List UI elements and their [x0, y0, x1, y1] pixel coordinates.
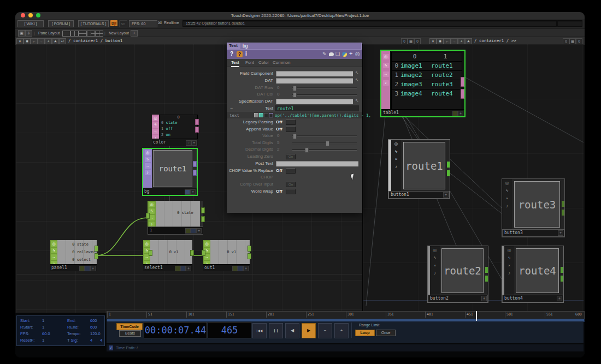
add-param-icon[interactable]: + [558, 230, 563, 236]
export-flag-icon[interactable]: → [383, 71, 389, 77]
step-forward-button[interactable]: + [334, 323, 349, 338]
node-name[interactable]: button3 + [502, 229, 564, 237]
export-flag-icon[interactable]: → [51, 254, 57, 260]
node-button2[interactable]: ◎ ϟ × ♪ route2 button2 + [427, 246, 488, 303]
realtime-checkbox-icon[interactable]: ☒ [158, 20, 162, 25]
lock-flag-icon[interactable]: ♪ [506, 204, 508, 208]
mode-constant-icon[interactable] [254, 113, 258, 117]
add-layout-button[interactable]: + [131, 30, 138, 37]
comment-box-icon[interactable] [180, 266, 186, 271]
toggle-button[interactable] [286, 189, 296, 194]
viewer-toggle-icon[interactable] [79, 266, 85, 271]
info-icon[interactable]: i [245, 51, 247, 57]
slider-handle[interactable] [293, 86, 297, 91]
op-name-field[interactable]: bg [240, 43, 361, 49]
comp-out-connector[interactable] [485, 267, 488, 273]
viewer-toggle-icon[interactable] [185, 228, 191, 234]
node-out1[interactable]: ◎ ϟ → ♪ 0 v1 out1 + [203, 240, 250, 271]
forum-button[interactable]: [ FORUM ] [48, 20, 74, 27]
slider-handle[interactable] [305, 147, 309, 153]
loop-button[interactable]: Loop [355, 330, 375, 336]
connect-arrow-icon[interactable]: ↖ [355, 77, 359, 82]
mode-expression-icon[interactable] [259, 113, 263, 117]
timecode-mode-button[interactable]: TimeCode [116, 323, 143, 330]
timeline-ruler[interactable]: 1 51 101 151 201 251 301 351 401 451 501… [107, 311, 585, 319]
comment-box-icon[interactable] [185, 189, 190, 195]
viewer-flag-icon[interactable]: ◎ [394, 142, 398, 146]
play-reverse-button[interactable]: ◀ [285, 323, 299, 338]
slider-handle[interactable] [293, 92, 297, 98]
add-param-icon[interactable]: + [458, 111, 463, 116]
comp-out-connector[interactable] [447, 162, 450, 168]
node-i[interactable]: ◎ ϟ → ♪ 0 state i + [148, 201, 203, 235]
chop-in-connector[interactable] [149, 250, 152, 256]
window-placement-icon[interactable]: ▣ [18, 30, 25, 37]
layout-vsplit-button[interactable] [70, 31, 79, 37]
python-logo-icon[interactable] [342, 52, 347, 57]
frame-display[interactable]: 465 [208, 322, 251, 338]
close-flag-icon[interactable]: × [506, 196, 509, 201]
node-panel1[interactable]: ◎ ϟ → ♪ 0 state 0 rollover 0 select pane… [50, 240, 97, 271]
field-component-input[interactable] [276, 71, 353, 76]
toggle-button[interactable]: On [286, 182, 296, 187]
timeline-settings-box[interactable]: Start:1 End:600 RStart:1 REnd:600 FPS:60… [16, 315, 105, 346]
comment-box-icon[interactable] [85, 266, 90, 271]
lock-flag-icon[interactable]: ♪ [434, 271, 436, 276]
toggle-button[interactable] [286, 127, 296, 132]
export-flag-icon[interactable]: → [152, 129, 158, 134]
node-button3[interactable]: ◎ ϟ × ♪ route3 button3 + [502, 178, 565, 237]
viewer-toggle-icon[interactable] [175, 266, 180, 271]
add-param-icon[interactable]: + [243, 266, 249, 271]
tab-font[interactable]: Font [245, 59, 254, 66]
node-name[interactable]: i + [148, 226, 203, 235]
comp-out-connector[interactable] [562, 210, 564, 216]
chop-out-connector[interactable] [248, 253, 251, 259]
bypass-flag-icon[interactable]: ϟ [395, 150, 397, 154]
toggle-button[interactable] [286, 120, 296, 125]
dialog-titlebar[interactable]: Text bg [227, 43, 362, 50]
add-param-icon[interactable]: + [191, 140, 197, 146]
lock-flag-icon[interactable]: ♪ [508, 271, 510, 276]
pane-divider[interactable] [362, 44, 363, 313]
save-layout-icon[interactable]: ⇩ [25, 30, 32, 37]
expression-text[interactable]: op('../table1')[me.parent().digits - 1, [275, 113, 371, 118]
add-param-icon[interactable]: + [190, 189, 196, 195]
spec-dat-input[interactable] [276, 99, 353, 104]
slider-track[interactable] [292, 87, 357, 89]
node-name[interactable]: color ◦ + [152, 139, 198, 146]
node-color[interactable]: ◎ ϟ → ♪ 0 0 state 1 off 2 on color ◦ + [152, 115, 198, 146]
top-out-connector[interactable] [193, 161, 197, 167]
top-out-connector[interactable] [193, 170, 197, 176]
beats-mode-button[interactable]: Beats [119, 330, 141, 337]
chop-out-connector[interactable] [201, 216, 205, 222]
wiki-button[interactable]: [ WIKI ] [17, 20, 44, 27]
bypass-flag-icon[interactable]: ϟ [383, 63, 389, 68]
lock-flag-icon[interactable]: ♪ [145, 170, 151, 175]
viewer-flag-icon[interactable]: ◎ [152, 116, 158, 121]
chop-out-connector[interactable] [95, 253, 98, 259]
comment-box-icon[interactable] [238, 266, 243, 271]
playhead[interactable] [476, 311, 477, 321]
slider-handle[interactable] [326, 141, 329, 146]
jump-start-button[interactable]: |◀◀ [252, 323, 267, 338]
node-name[interactable]: select1 + [143, 264, 192, 271]
slider-handle[interactable] [293, 134, 297, 139]
tab-common[interactable]: Common [273, 59, 290, 66]
add-icon[interactable]: + [349, 50, 352, 57]
time-path-badge[interactable]: / [109, 345, 113, 350]
bypass-flag-icon[interactable]: ϟ [434, 256, 436, 260]
bypass-flag-icon[interactable]: ϟ [506, 189, 508, 193]
lock-flag-icon[interactable]: ♪ [383, 80, 389, 86]
chop-in-connector[interactable] [146, 213, 150, 219]
once-button[interactable]: Once [376, 330, 396, 336]
add-param-icon[interactable]: + [186, 266, 191, 271]
viewer-flag-icon[interactable]: ◎ [505, 181, 509, 186]
parameter-dialog[interactable]: Text bg ? ? i ✎ ❏ + ◎ Text Font Color Co… [227, 43, 362, 213]
layout-three-button[interactable] [87, 31, 95, 37]
tutorials-button[interactable]: [ TUTORIALS ] [78, 20, 109, 27]
slider-track[interactable] [292, 135, 357, 137]
add-param-icon[interactable]: + [443, 192, 449, 198]
chop-out-connector[interactable] [201, 207, 205, 213]
dat-out-connector[interactable] [461, 77, 464, 87]
viewer-flag-icon[interactable]: ◎ [383, 54, 389, 59]
